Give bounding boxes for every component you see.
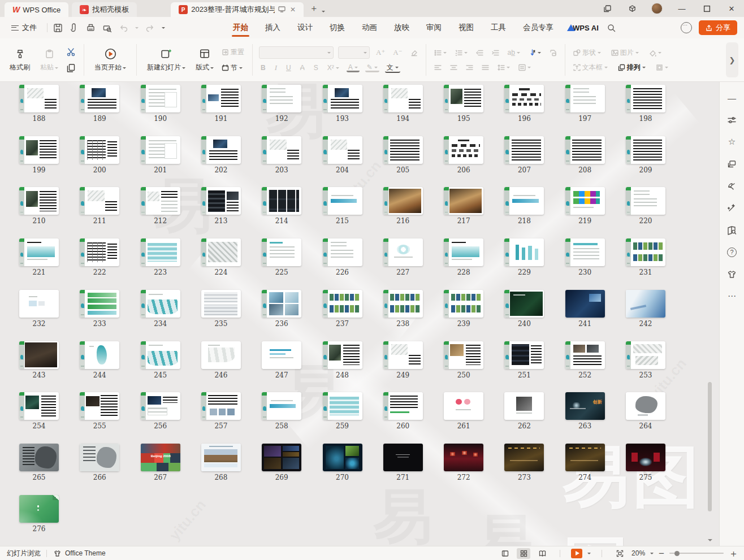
zoom-in-button[interactable]: ＋ <box>729 549 738 558</box>
slide-copy-icon[interactable] <box>726 158 738 170</box>
wps-ai-button[interactable]: WPS AI <box>567 24 599 32</box>
assistant-icon[interactable] <box>681 22 692 33</box>
slide-sorter-canvas[interactable]: 易 易 易 易 易 yitu.cn yitu.cn yitu.cn 易图网 18… <box>0 82 719 546</box>
slide-thumbnail[interactable] <box>383 444 423 471</box>
line-spacing-button[interactable] <box>496 62 512 73</box>
numbered-list-button[interactable] <box>453 47 469 58</box>
slide-thumbnail[interactable] <box>504 392 544 420</box>
scroll-down-arrow-icon[interactable] <box>708 539 712 544</box>
slide-thumbnail[interactable] <box>262 341 301 369</box>
format-painter-button[interactable]: 格式刷 <box>6 45 34 75</box>
slide-thumbnail[interactable] <box>201 136 241 164</box>
font-size-select[interactable] <box>338 46 370 59</box>
slide-thumbnail[interactable] <box>626 238 665 266</box>
play-from-current-button[interactable]: 当页开始 <box>90 45 130 75</box>
cut-button[interactable] <box>64 46 77 58</box>
slide-thumbnail[interactable] <box>19 290 59 318</box>
shapes-button[interactable]: 形状 <box>572 47 603 58</box>
slide-thumbnail[interactable] <box>504 444 544 471</box>
print-preview-icon[interactable] <box>102 23 112 33</box>
bold-button[interactable]: B <box>259 62 267 73</box>
menu-tab[interactable]: 动画 <box>361 18 378 38</box>
tab-list-chevron-icon[interactable] <box>322 11 325 14</box>
slide-thumbnail[interactable] <box>201 444 241 471</box>
reset-slide-button[interactable]: 重置 <box>220 46 246 58</box>
section-button[interactable]: 节 <box>220 62 246 73</box>
slide-thumbnail[interactable] <box>444 238 483 266</box>
clear-format-icon[interactable] <box>409 47 419 58</box>
slide-thumbnail[interactable] <box>504 238 544 266</box>
slide-thumbnail[interactable] <box>201 392 241 420</box>
zoom-slider[interactable] <box>669 553 724 554</box>
increase-font-button[interactable]: A⁺ <box>374 47 387 58</box>
slide-thumbnail[interactable] <box>323 238 362 266</box>
underline-button[interactable]: U <box>284 62 293 73</box>
reading-view-button[interactable] <box>535 548 549 559</box>
slide-thumbnail[interactable]: 创新 <box>565 392 605 420</box>
slide-thumbnail[interactable] <box>80 341 119 369</box>
avatar[interactable] <box>644 0 669 17</box>
slide-thumbnail[interactable] <box>262 392 301 420</box>
file-menu-button[interactable]: 文件 <box>7 23 41 33</box>
menu-tab[interactable]: 插入 <box>264 18 282 38</box>
font-color-button[interactable]: A <box>347 63 360 72</box>
close-button[interactable]: ✕ <box>719 0 744 17</box>
text-align-vertical-button[interactable] <box>517 62 533 73</box>
maximize-button[interactable] <box>694 0 719 17</box>
phonetic-guide-button[interactable]: 文 <box>385 63 400 73</box>
slide-thumbnail[interactable] <box>323 341 362 369</box>
slide-thumbnail[interactable] <box>444 392 483 420</box>
decrease-indent-button[interactable] <box>474 47 485 58</box>
slide-thumbnail[interactable] <box>141 136 180 164</box>
slide-thumbnail[interactable] <box>626 341 665 369</box>
export-pdf-icon[interactable] <box>70 23 79 33</box>
docer-resources-icon[interactable] <box>726 180 738 192</box>
find-replace-icon[interactable] <box>726 224 738 236</box>
undo-chevron-icon[interactable] <box>135 27 139 31</box>
slide-thumbnail[interactable] <box>383 290 423 318</box>
slideshow-options-chevron-icon[interactable] <box>587 553 591 556</box>
menu-tab[interactable]: 设计 <box>296 18 314 38</box>
highlight-color-button[interactable]: ✎ <box>365 63 379 72</box>
search-icon[interactable] <box>607 23 616 33</box>
slide-thumbnail[interactable] <box>19 85 59 112</box>
zoom-slider-knob[interactable] <box>674 551 680 556</box>
increase-indent-button[interactable] <box>490 47 501 58</box>
slide-thumbnail[interactable] <box>201 85 241 112</box>
tab-wps-home[interactable]: W WPS Office <box>5 2 68 17</box>
font-family-select[interactable] <box>259 46 334 59</box>
slide-thumbnail[interactable] <box>444 290 483 318</box>
align-left-button[interactable] <box>432 62 443 73</box>
slide-thumbnail[interactable] <box>444 444 483 471</box>
slide-thumbnail[interactable] <box>201 290 241 318</box>
slide-thumbnail[interactable] <box>444 341 483 369</box>
slide-thumbnail[interactable] <box>504 290 544 318</box>
slide-thumbnail[interactable] <box>141 187 180 215</box>
paste-button[interactable]: 粘贴 <box>36 45 62 75</box>
slide-thumbnail[interactable] <box>626 392 665 420</box>
shadow-button[interactable]: S <box>312 62 320 73</box>
menu-tab[interactable]: 开始 <box>232 18 249 38</box>
zoom-level-chevron-icon[interactable] <box>650 553 654 556</box>
slide-thumbnail[interactable] <box>504 85 544 112</box>
arrange-button[interactable]: 排列 <box>616 62 647 73</box>
new-slide-button[interactable]: 新建幻灯片 <box>143 45 189 75</box>
slide-thumbnail[interactable] <box>323 85 362 112</box>
slide-thumbnail[interactable] <box>383 136 423 164</box>
slide-thumbnail[interactable] <box>565 341 605 369</box>
skin-theme-icon[interactable] <box>726 268 738 280</box>
slide-thumbnail[interactable] <box>19 238 59 266</box>
picture-button[interactable]: 图片 <box>609 47 641 58</box>
slide-thumbnail[interactable] <box>19 341 59 369</box>
share-button[interactable]: 分享 <box>699 20 737 35</box>
slide-thumbnail[interactable] <box>262 187 301 215</box>
collapse-panel-icon[interactable]: — <box>726 92 738 103</box>
tab-document[interactable]: P 2023整理-普洱城市规划与科技 ✕ <box>171 2 304 17</box>
slide-layout-button[interactable]: 版式 <box>192 45 218 75</box>
collapse-ribbon-chevron-icon[interactable] <box>162 27 165 31</box>
slide-thumbnail[interactable] <box>141 290 180 318</box>
redo-icon[interactable] <box>145 23 155 33</box>
character-spacing-button[interactable]: ab̲ <box>506 47 522 58</box>
slide-thumbnail[interactable] <box>201 341 241 369</box>
slide-thumbnail[interactable] <box>201 187 241 215</box>
